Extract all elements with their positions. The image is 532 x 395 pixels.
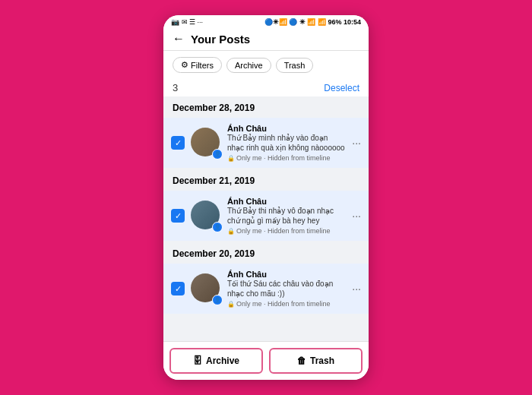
post-item-1: ✓ 👤 Ánh Châu Thứ Bảy mình nhảy vào đoạn … [163, 118, 369, 168]
avatar-badge-3: 👤 [212, 295, 223, 305]
deselect-button[interactable]: Deselect [324, 83, 359, 93]
post-author-1: Ánh Châu [227, 124, 346, 133]
phone-container: 📷 ✉ ☰ ··· 🔵✳📶 🔵 ✳ 📶 📶 96% 10:54 ← Your P… [163, 15, 369, 380]
avatar-wrap-2: 👤 [191, 201, 221, 231]
trash-filter-button[interactable]: Trash [276, 58, 314, 73]
lock-icon-3: 🔒 [227, 301, 235, 308]
user-icon-2: 👤 [214, 224, 221, 230]
post-content-2: Ánh Châu Thứ Bảy thi nhảy vô đoạn nhạc c… [227, 197, 346, 235]
post-author-3: Ánh Châu [227, 270, 346, 279]
scroll-indicator [163, 315, 369, 330]
post-content-3: Ánh Châu Tối thứ Sáu các châu vào đoạn n… [227, 270, 346, 308]
status-icons: 📷 ✉ ☰ ··· [171, 18, 203, 26]
post-meta-3: 🔒 Only me · Hidden from timeline [227, 300, 346, 308]
post-item-2: ✓ 👤 Ánh Châu Thứ Bảy thi nhảy vô đoạn nh… [163, 191, 369, 241]
date-header-1: December 28, 2019 [163, 96, 369, 116]
post-text-1: Thứ Bảy mình nhảy vào đoạn nhạc rinh quà… [227, 133, 346, 153]
post-meta-2: 🔒 Only me · Hidden from timeline [227, 227, 346, 235]
trash-action-button[interactable]: 🗑 Trash [269, 348, 363, 374]
back-button[interactable]: ← [173, 32, 185, 46]
filter-bar: ⚙ Filters Archive Trash [163, 51, 369, 79]
content-area: December 28, 2019 ✓ 👤 Ánh Châu Thứ Bảy m… [163, 96, 369, 341]
checkbox-1[interactable]: ✓ [171, 136, 185, 150]
check-icon-1: ✓ [175, 138, 182, 148]
archive-filter-button[interactable]: Archive [226, 58, 271, 73]
filter-icon: ⚙ [181, 60, 188, 70]
status-left: 📷 ✉ ☰ ··· [171, 18, 203, 26]
trash-action-icon: 🗑 [297, 356, 306, 366]
post-text-3: Tối thứ Sáu các châu vào đoạn nhạc cho m… [227, 279, 346, 299]
check-icon-2: ✓ [175, 211, 182, 221]
lock-icon-2: 🔒 [227, 228, 235, 235]
count-bar: 3 Deselect [163, 79, 369, 96]
lock-icon-1: 🔒 [227, 155, 235, 162]
avatar-wrap-1: 👤 [191, 128, 221, 158]
post-item-3: ✓ 👤 Ánh Châu Tối thứ Sáu các châu vào đo… [163, 264, 369, 314]
more-button-3[interactable]: ··· [352, 283, 361, 295]
user-icon-3: 👤 [214, 297, 221, 303]
archive-action-icon: 🗄 [193, 356, 202, 366]
avatar-wrap-3: 👤 [191, 273, 221, 304]
checkbox-2[interactable]: ✓ [171, 209, 185, 223]
status-right: 🔵✳📶 🔵 ✳ 📶 📶 96% 10:54 [264, 18, 361, 26]
more-button-2[interactable]: ··· [352, 210, 361, 222]
post-meta-1: 🔒 Only me · Hidden from timeline [227, 154, 346, 162]
date-header-3: December 20, 2019 [163, 242, 369, 262]
post-text-2: Thứ Bảy thi nhảy vô đoạn nhạc chứ ngủ gì… [227, 206, 346, 226]
header: ← Your Posts [163, 27, 369, 51]
bottom-actions: 🗄 Archive 🗑 Trash [163, 341, 369, 380]
post-author-2: Ánh Châu [227, 197, 346, 206]
avatar-badge-2: 👤 [212, 222, 223, 232]
checkbox-3[interactable]: ✓ [171, 282, 185, 295]
status-bar: 📷 ✉ ☰ ··· 🔵✳📶 🔵 ✳ 📶 📶 96% 10:54 [163, 15, 369, 27]
more-button-1[interactable]: ··· [352, 137, 361, 149]
filters-button[interactable]: ⚙ Filters [173, 57, 222, 73]
page-title: Your Posts [191, 33, 250, 46]
avatar-badge-1: 👤 [212, 149, 223, 160]
date-header-2: December 21, 2019 [163, 169, 369, 189]
post-content-1: Ánh Châu Thứ Bảy mình nhảy vào đoạn nhạc… [227, 124, 346, 162]
selection-count: 3 [173, 82, 178, 93]
user-icon-1: 👤 [214, 151, 221, 157]
check-icon-3: ✓ [175, 284, 182, 294]
battery-level: 🔵 ✳ 📶 📶 96% 10:54 [289, 18, 361, 26]
archive-action-button[interactable]: 🗄 Archive [169, 348, 263, 374]
signal-icons: 🔵✳📶 [264, 18, 287, 26]
